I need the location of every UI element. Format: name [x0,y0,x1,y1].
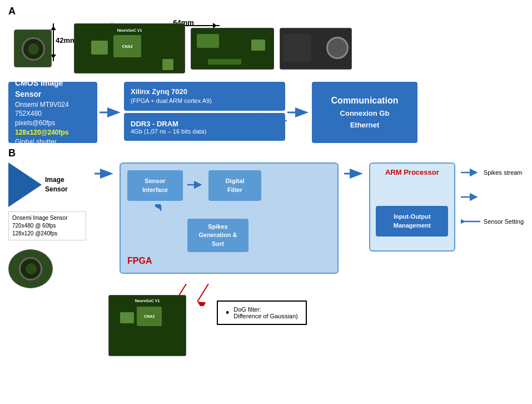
sensor-text: Onsemi Image Sensor 720x480 @ 60fps 128x… [12,215,68,237]
bullet-icon: • [226,307,229,319]
arm-label: ARM Processor [375,168,450,176]
block-digital-filter: Digital Filter [208,170,261,201]
block-diagram-a: CMOS Image Sensor Onsemi MT9V024 752X480… [8,82,524,143]
arrow-42mm [53,23,54,61]
block-communication: Communication Connexion Gb Ethernet [312,82,417,143]
pcb-photo-bottom: NeuroSoC V1 CNA2 [108,295,186,356]
fpga-label: FPGA [127,256,152,266]
block-spikes: Spikes Generation & Sort [187,219,248,252]
xilinx-line2: (FPGA + dual ARM cortex A9) [131,97,279,105]
cmos-line4: Global shutter [15,137,91,147]
arrow-fpga-to-comm [287,82,310,143]
ddr3-line1: DDR3 - DRAM [131,120,279,128]
output-arrow2-row [461,193,524,201]
sensor-text-box: Onsemi Image Sensor 720x480 @ 60fps 128x… [8,211,86,240]
fpga-ddr3-group: Xilinx Zynq 7020 (FPGA + dual ARM cortex… [124,82,285,143]
photo-right-camera [280,28,352,70]
cmos-line2: 752X480 [15,109,91,119]
right-output-col: Spikes stream Sensor Setting [461,168,524,226]
fpga-bottom-row: Spikes Generation & Sort [127,219,331,252]
bottom-b: NeuroSoC V1 CNA2 • DoG filter:Difference… [8,295,524,356]
section-b-content: ImageSensor Onsemi Image Sensor 720x480 … [8,162,524,288]
main-container: A 64mm 42mm NeuroSoC V1 CNA2 [0,0,532,404]
comm-line2: Connexion Gb [319,108,411,120]
ddr3-line2: 4Gb (1,07 ns – 16 bits data) [131,128,279,135]
arrow-fpga-to-arm [344,168,364,179]
image-sensor-block: ImageSensor [8,162,68,207]
section-a-label: A [8,6,524,17]
cmos-line3: pixels@60fps [15,119,91,128]
cmos-line1: Onsemi MT9V024 [15,100,91,110]
block-io: Input-Output Management [376,206,448,237]
arrow-sensor-to-fpga [95,168,114,179]
spikes-stream-label: Spikes stream [484,169,523,176]
fpga-main-block: Sensor Interface Digital Filter Spikes G… [120,162,339,274]
cmos-title: CMOS Image Sensor [15,78,91,100]
block-cmos: CMOS Image Sensor Onsemi MT9V024 752X480… [8,82,97,143]
photos-row: 64mm 42mm NeuroSoC V1 CNA2 [8,21,524,76]
left-col: ImageSensor Onsemi Image Sensor 720x480 … [8,162,89,288]
triangle-sensor-icon [8,162,42,207]
svg-line-11 [197,284,208,302]
sensor-photo [8,249,53,288]
cmos-highlight: 128x120@240fps [15,128,91,137]
section-b-label: B [8,147,524,159]
arrow-si-df [187,180,204,191]
image-sensor-label: ImageSensor [45,175,68,194]
dim-42mm-label: 42mm [56,36,77,45]
section-b: B ImageSensor Onsemi Image Sensor 720x48… [8,147,524,398]
comm-line3: Ethernet [319,120,411,131]
block-xilinx: Xilinx Zynq 7020 (FPGA + dual ARM cortex… [124,82,285,111]
arrow-spikes-up [155,204,331,211]
spikes-stream-row: Spikes stream [461,168,524,177]
arm-block-outer: ARM Processor Input-Output Management [369,162,455,252]
comm-title: Communication [319,93,411,108]
arrow-cmos-to-fpga [100,82,122,143]
sensor-setting-row: Sensor Setting [461,217,524,226]
photo-cmos-sensor [14,29,52,67]
section-a: A 64mm 42mm NeuroSoC V1 CNA2 [8,6,524,143]
fpga-top-row: Sensor Interface Digital Filter [127,170,331,201]
xilinx-line1: Xilinx Zynq 7020 [131,87,279,97]
block-sensor-interface: Sensor Interface [127,170,183,201]
fpga-inner: Sensor Interface Digital Filter Spikes G… [127,170,331,252]
dog-label: DoG filter:Difference of Gaussian) [233,306,297,319]
sensor-setting-label: Sensor Setting [484,218,524,225]
photo-mid-pcb [191,28,274,70]
photo-main-pcb: NeuroSoC V1 CNA2 [74,23,185,73]
